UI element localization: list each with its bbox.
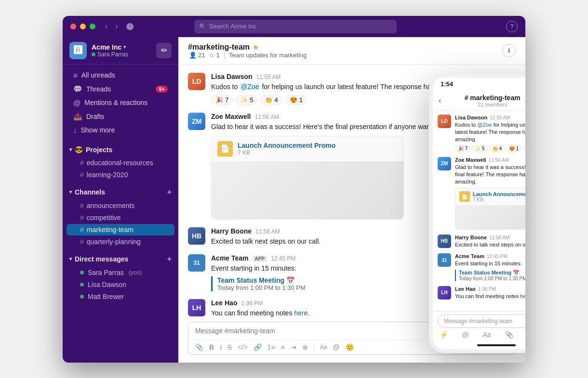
close-button[interactable] <box>70 24 76 29</box>
code-icon[interactable]: </> <box>238 343 247 351</box>
workspace-user: Sara Parras <box>92 51 128 58</box>
star-icon: ☆ <box>209 52 214 59</box>
list-item: LH Lee Hao 1:36 PM You can find meeting … <box>438 286 525 300</box>
file-preview <box>212 161 403 219</box>
member-count: 👤 21 <box>189 52 205 59</box>
reaction-item[interactable]: 😍 1 <box>285 95 307 105</box>
hash-icon: # <box>80 202 84 209</box>
sidebar-item-show-more[interactable]: ↓ Show more <box>67 124 174 137</box>
channel-title: #marketing-team ★ <box>188 43 307 52</box>
channel-meta: 👤 21 ☆ 1 | Team updates for marketing <box>189 52 307 59</box>
phone-file-icon: 📄 <box>459 191 470 202</box>
back-button[interactable]: ‹ <box>103 20 109 33</box>
nav-buttons: ‹ › <box>103 20 120 33</box>
phone-back-button[interactable]: ‹ <box>439 96 441 105</box>
phone-home-indicator <box>477 344 516 346</box>
phone-text-icon[interactable]: Aa <box>482 331 491 339</box>
emoji-icon[interactable]: 🙂 <box>346 343 354 351</box>
sidebar-item-quarterly-planning[interactable]: # quarterly-planning <box>67 236 174 248</box>
reaction-item[interactable]: 👏 4 <box>260 95 282 105</box>
search-bar[interactable]: 🔍 <box>194 20 397 33</box>
phone-reaction-item[interactable]: 😊 <box>523 145 525 152</box>
phone-reaction-item[interactable]: 🎉 7 <box>455 145 470 152</box>
compose-button[interactable]: ✏ <box>156 43 172 58</box>
phone-reaction-item[interactable]: ✨ 5 <box>472 145 487 152</box>
phone-reaction-item[interactable]: 👏 4 <box>489 145 505 152</box>
projects-section: ▾ 😎 Projects # educational-resources # l… <box>63 141 178 183</box>
link-icon[interactable]: 🔗 <box>254 343 262 351</box>
sidebar-item-all-unreads[interactable]: ≡ All unreads <box>67 69 174 82</box>
forward-button[interactable]: › <box>113 20 120 33</box>
sidebar-item-matt-brewer[interactable]: Matt Brewer <box>67 291 174 302</box>
channel-info-button[interactable]: ℹ <box>502 44 516 57</box>
add-channel-button[interactable]: + <box>167 188 172 196</box>
reaction-item[interactable]: ✨ 5 <box>236 95 257 105</box>
text-size-icon[interactable]: Aa <box>320 344 327 351</box>
phone-msg-header: Lisa Dawson 11:55 AM <box>455 115 525 120</box>
more-formatting-icon[interactable]: ⊕ <box>302 343 308 351</box>
sidebar-item-threads[interactable]: 💬 Threads 9+ <box>67 82 174 96</box>
phone-avatar: HB <box>438 235 451 248</box>
add-dm-button[interactable]: + <box>167 255 172 263</box>
sidebar-item-marketing-team[interactable]: # marketing-team <box>67 224 174 235</box>
reaction-item[interactable]: 🎉 7 <box>211 95 233 105</box>
star-count: ☆ 1 <box>209 52 219 59</box>
phone-mention: @Zoe <box>477 122 492 128</box>
sidebar: 🅰 Acme Inc ▾ Sara Parras ✏ <box>63 37 178 363</box>
phone-msg-header: Zoe Maxwell 11:56 AM <box>455 157 525 163</box>
phone-file-name[interactable]: Launch Announcement Promo <box>473 191 525 197</box>
phone-overlay: 1:54 ▐▐▐ 🛜 ▪ ‹ # marketing-team 21 membe… <box>429 74 525 353</box>
online-status-icon <box>80 271 84 274</box>
sidebar-item-competitive[interactable]: # competitive <box>67 212 174 223</box>
sidebar-item-drafts[interactable]: 📤 Drafts <box>67 110 174 123</box>
phone-lightning-icon[interactable]: ⚡ <box>440 331 448 339</box>
file-name[interactable]: Launch Announcement Promo <box>238 142 335 149</box>
sidebar-item-announcements[interactable]: # announcements <box>67 200 174 211</box>
attachment-icon[interactable]: 📎 <box>195 343 203 351</box>
phone-channel-title: # marketing-team <box>445 94 525 102</box>
bold-icon[interactable]: B <box>209 343 214 351</box>
dm-section-header[interactable]: ▾ Direct messages + <box>63 252 178 266</box>
minimize-button[interactable] <box>80 24 86 29</box>
workspace-name[interactable]: Acme Inc ▾ <box>92 43 128 51</box>
phone-channel-header: ‹ # marketing-team 21 members 🔍 ℹ <box>433 91 525 111</box>
sidebar-item-mentions[interactable]: @ Mentions & reactions <box>67 96 174 109</box>
phone-mention-icon[interactable]: @ <box>462 331 468 339</box>
meeting-notes-link[interactable]: here <box>294 309 307 317</box>
sidebar-item-sara-parras[interactable]: Sara Parras (you) <box>67 267 174 278</box>
message-author: Acme Team <box>211 254 249 262</box>
indent-icon[interactable]: ⇥ <box>291 343 296 351</box>
all-unreads-icon: ≡ <box>73 71 78 79</box>
file-icon: 📄 <box>217 141 233 156</box>
avatar: ZM <box>188 113 205 130</box>
phone-meeting-notes-link[interactable]: here <box>520 293 525 299</box>
search-input[interactable] <box>209 23 392 30</box>
sidebar-item-educational-resources[interactable]: # educational-resources <box>67 157 174 169</box>
workspace-header: 🅰 Acme Inc ▾ Sara Parras ✏ <box>63 37 178 65</box>
file-info: Launch Announcement Promo 7 KB <box>238 142 335 156</box>
phone-input-icons: ⚡ @ Aa 📎 🖼 ▷ <box>438 331 525 339</box>
file-size: 7 KB <box>238 149 335 156</box>
history-button[interactable]: 🕐 <box>126 23 134 30</box>
strikethrough-icon[interactable]: S <box>227 343 232 351</box>
maximize-button[interactable] <box>90 24 95 29</box>
toolbar-divider <box>314 343 314 352</box>
italic-icon[interactable]: I <box>220 343 222 351</box>
avatar: 31 <box>188 254 205 272</box>
channel-star-icon[interactable]: ★ <box>253 43 259 51</box>
sidebar-item-learning-2020[interactable]: # learning-2020 <box>67 169 174 181</box>
phone-attachment-icon[interactable]: 📎 <box>505 331 513 339</box>
mention-icon[interactable]: @ <box>333 343 339 351</box>
chevron-down-icon: ▾ <box>123 44 126 50</box>
phone-msg-header: Harry Boone 11:58 AM <box>455 235 525 240</box>
ordered-list-icon[interactable]: 1≡ <box>267 343 275 351</box>
hash-icon: # <box>80 214 84 222</box>
show-more-icon: ↓ <box>73 126 77 134</box>
unordered-list-icon[interactable]: ≡ <box>281 343 285 351</box>
channels-section-header[interactable]: ▾ Channels + <box>63 185 178 199</box>
projects-section-header[interactable]: ▾ 😎 Projects <box>63 143 178 156</box>
sidebar-item-lisa-dawson[interactable]: Lisa Dawson <box>67 279 174 290</box>
phone-reaction-item[interactable]: 😍 1 <box>506 145 521 152</box>
help-button[interactable]: ? <box>506 21 518 32</box>
file-attachment: 📄 Launch Announcement Promo 7 KB <box>211 136 404 220</box>
